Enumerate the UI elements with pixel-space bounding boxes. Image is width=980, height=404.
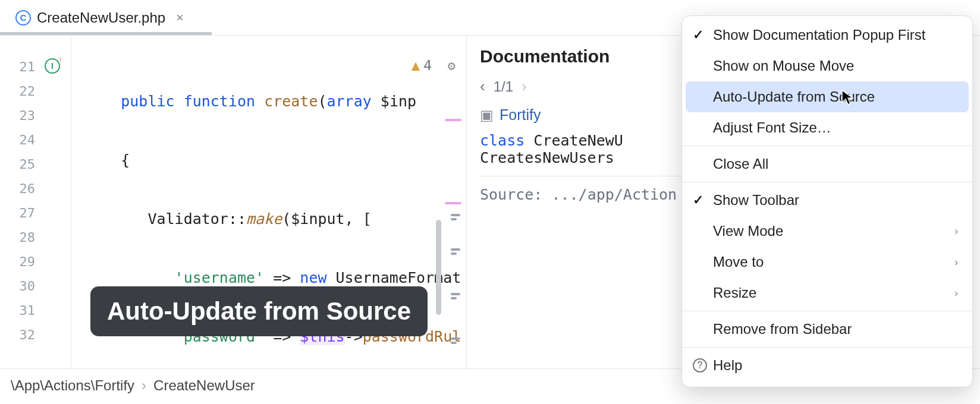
menu-resize[interactable]: Resize › [682,277,972,308]
menu-item-label: Show Documentation Popup First [713,27,926,43]
code-token: function [184,93,255,110]
inspection-warnings[interactable]: ▲ 4 [412,57,432,74]
doc-panel-title: Documentation [480,46,610,67]
code-token: array [327,93,372,110]
menu-auto-update-from-source[interactable]: Auto-Update from Source [686,81,969,112]
line-number: 26 [0,176,71,201]
menu-separator [682,182,972,182]
php-class-icon: C [15,10,31,26]
menu-help[interactable]: ? Help [682,350,972,381]
line-number: 23 [0,103,71,128]
code-token: new [300,269,326,286]
doc-text: CreateNewU [533,132,623,149]
code-token: { [121,152,130,169]
doc-page-indicator: 1/1 [494,78,513,95]
vertical-scrollbar-thumb[interactable] [436,220,441,315]
breadcrumb-class[interactable]: CreateNewUser [153,377,255,394]
help-icon: ? [693,358,707,373]
menu-separator [682,146,972,146]
line-number: 28 [0,225,71,250]
line-number: 27 [0,201,71,225]
code-token: => [273,269,291,286]
line-number-gutter: 21 22 23 24 25 26 27 28 29 30 31 32 I ↑ [0,36,71,368]
breadcrumb-separator-icon: › [142,377,146,394]
menu-show-doc-popup-first[interactable]: ✓ Show Documentation Popup First [682,20,972,50]
line-number: 31 [0,298,71,323]
check-icon: ✓ [693,27,703,43]
documentation-options-menu: ✓ Show Documentation Popup First Show on… [681,15,973,387]
menu-adjust-font-size[interactable]: Adjust Font Size… [682,112,972,143]
line-number: 24 [0,128,71,152]
mouse-cursor-icon [841,89,854,110]
code-token: 'username' [175,269,265,286]
code-token: public [121,93,174,110]
code-token: $input [291,210,344,228]
menu-item-label: Remove from Sidebar [713,321,852,337]
error-stripe-mark[interactable] [445,119,461,121]
menu-item-label: Close All [713,156,768,172]
menu-view-mode[interactable]: View Mode › [682,216,972,247]
warning-icon: ▲ [412,57,420,74]
menu-item-label: Help [713,357,742,374]
menu-move-to[interactable]: Move to › [682,247,972,277]
doc-source-path: .../app/Action [551,186,677,203]
error-stripe-mark[interactable] [445,202,461,204]
menu-close-all[interactable]: Close All [682,149,972,179]
line-number: 30 [0,274,71,298]
menu-item-label: Resize [713,285,756,301]
line-number: 32 [0,323,71,347]
tab-filename: CreateNewUser.php [37,10,165,26]
code-token: UsernameFormat [336,269,461,286]
chevron-right-icon: › [954,225,958,238]
implements-method-icon[interactable]: I ↑ [45,58,60,74]
doc-prev-icon[interactable]: ‹ [480,77,485,96]
doc-source-label: Source: [480,186,542,203]
code-token: Validator [147,210,228,228]
warning-count: 4 [423,58,432,73]
code-token: $inp [381,93,416,110]
menu-item-label: Show on Mouse Move [713,58,854,74]
menu-item-label: Move to [713,254,764,270]
breadcrumb-namespace[interactable]: \App\Actions\Fortify [11,377,134,394]
menu-item-label: Adjust Font Size… [713,119,831,136]
code-token: create [264,93,318,110]
folder-icon: ▣ [480,107,494,124]
doc-text: class [480,132,524,149]
check-icon: ✓ [693,192,703,208]
fold-region-marker[interactable] [451,214,461,368]
doc-namespace-link[interactable]: Fortify [500,106,541,124]
inspection-settings-icon[interactable]: ⚙ [448,58,456,73]
menu-show-toolbar[interactable]: ✓ Show Toolbar [682,185,972,216]
menu-show-on-mouse-move[interactable]: Show on Mouse Move [682,50,972,81]
menu-remove-from-sidebar[interactable]: Remove from Sidebar [682,314,972,345]
line-number: 29 [0,250,71,274]
line-number: 22 [0,79,71,103]
close-tab-icon[interactable]: × [176,10,184,26]
chevron-right-icon: › [954,287,958,299]
tooltip-overlay: Auto-Update from Source [90,286,428,336]
active-tab-underline [0,32,212,35]
doc-next-icon[interactable]: › [522,77,527,96]
menu-item-label: Show Toolbar [713,192,799,209]
menu-separator [682,311,972,311]
code-token: make [246,210,282,228]
chevron-right-icon: › [954,256,958,269]
menu-separator [682,347,972,348]
line-number: 25 [0,152,71,176]
editor-tab[interactable]: C CreateNewUser.php × [7,0,192,35]
menu-item-label: View Mode [713,223,783,239]
